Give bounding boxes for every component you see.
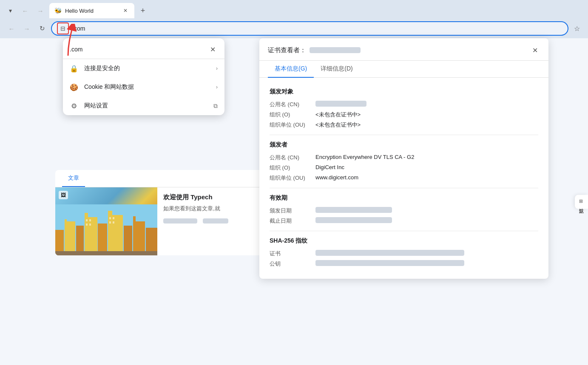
cert-tab-detail[interactable]: 详细信息(D) — [314, 61, 359, 78]
cert-label-ou-by: 组织单位 (OU) — [270, 174, 312, 182]
cert-title: 证书查看者： — [268, 46, 361, 54]
cert-row-cn-to: 公用名 (CN) — [270, 101, 538, 108]
svg-rect-11 — [124, 226, 132, 255]
tab-close-button[interactable]: ✕ — [122, 7, 129, 14]
certificate-viewer: 证书查看者： ✕ 基本信息(G) 详细信息(D) 颁发对象 公用名 (CN) 组… — [259, 38, 548, 279]
cert-label-ou-to: 组织单位 (OU) — [270, 121, 312, 129]
divider-1 — [270, 135, 538, 135]
svg-rect-10 — [108, 211, 112, 217]
cert-row-expiry-date: 截止日期 — [270, 217, 538, 225]
back-nav-button[interactable]: ← — [5, 22, 18, 35]
tune-icon: ⊟ — [60, 25, 65, 32]
chevron-right-icon-1: › — [216, 65, 218, 71]
back-icon: ← — [22, 7, 28, 14]
right-sidebar-button[interactable]: ⊞ 默认注 — [575, 195, 588, 209]
cert-label-cn-to: 公用名 (CN) — [270, 101, 312, 108]
cert-row-issue-date: 颁发日期 — [270, 207, 538, 215]
tab-list-button[interactable]: ▾ — [4, 5, 16, 17]
cert-value-issue-date-blurred — [315, 207, 392, 213]
blog-title: 欢迎使用 Typech — [163, 193, 262, 201]
new-tab-button[interactable]: + — [137, 5, 149, 17]
cert-close-button[interactable]: ✕ — [530, 45, 540, 55]
cookie-label: Cookie 和网站数据 — [84, 83, 210, 91]
cert-label-cn-by: 公用名 (CN) — [270, 154, 312, 161]
issued-by-title: 颁发者 — [270, 141, 538, 149]
svg-rect-6 — [85, 217, 97, 255]
cert-row-ou-by: 组织单位 (OU) www.digicert.com — [270, 174, 538, 182]
cert-label-expiry-date: 截止日期 — [270, 217, 312, 225]
cert-value-expiry-date-blurred — [315, 217, 392, 223]
cert-body: 颁发对象 公用名 (CN) 组织 (O) <未包含在证书中> 组织单位 (OU)… — [259, 78, 548, 279]
svg-rect-17 — [86, 224, 88, 226]
cert-row-org-to: 组织 (O) <未包含在证书中> — [270, 111, 538, 119]
bookmark-button[interactable]: ☆ — [571, 23, 583, 34]
cert-value-org-by: DigiCert Inc — [315, 164, 344, 170]
tune-icon-button[interactable]: ⊟ — [57, 23, 69, 34]
cert-value-cn-to-blurred — [315, 101, 366, 107]
bookmark-icon: ☆ — [574, 25, 580, 33]
cert-row-cn-by: 公用名 (CN) Encryption Everywhere DV TLS CA… — [270, 154, 538, 161]
browser-chrome: ▾ ← → 🐝 Hello World ✕ + ← → ↻ ⊟ .com — [0, 0, 588, 38]
address-input-wrap: ⊟ .com — [51, 21, 568, 36]
cert-value-org-to: <未包含在证书中> — [315, 111, 361, 119]
active-tab[interactable]: 🐝 Hello World ✕ — [49, 3, 134, 18]
cert-domain-blurred — [310, 47, 361, 53]
cert-tab-basic[interactable]: 基本信息(G) — [268, 61, 314, 78]
blog-desc: 如果您看到这篇文章,就 — [163, 205, 262, 212]
blog-tab-articles[interactable]: 文章 — [62, 170, 85, 187]
cert-label-issue-date: 颁发日期 — [270, 207, 312, 215]
address-text: .com — [72, 25, 562, 32]
blog-area: 文章 🖼 — [55, 170, 268, 255]
back-nav-icon: ← — [9, 25, 15, 32]
popup-close-button[interactable]: ✕ — [207, 44, 218, 54]
divider-2 — [270, 188, 538, 188]
issued-to-title: 颁发对象 — [270, 88, 538, 96]
site-info-popup: .com ✕ 🔒 连接是安全的 › 🍪 Cookie 和网站数据 › ⚙ 网站设… — [63, 38, 224, 115]
cert-row-ou-to: 组织单位 (OU) <未包含在证书中> — [270, 121, 538, 129]
svg-rect-23 — [55, 251, 157, 255]
cert-label-org-by: 组织 (O) — [270, 164, 312, 172]
svg-rect-12 — [133, 221, 145, 255]
cert-label-pubkey-fp: 公钥 — [270, 260, 312, 268]
gear-icon: ⚙ — [70, 102, 78, 110]
tab-favicon: 🐝 — [54, 7, 62, 14]
forward-button[interactable]: → — [34, 4, 47, 17]
reload-button[interactable]: ↻ — [36, 22, 48, 35]
svg-rect-15 — [86, 219, 88, 221]
svg-rect-7 — [85, 213, 88, 219]
chevron-right-icon-2: › — [216, 84, 218, 90]
cert-value-ou-by: www.digicert.com — [315, 174, 358, 181]
svg-rect-5 — [76, 226, 84, 255]
cert-value-cert-fp-blurred — [315, 250, 464, 256]
cert-value-ou-to: <未包含在证书中> — [315, 121, 361, 129]
secure-connection-label: 连接是安全的 — [84, 65, 210, 72]
site-settings-label: 网站设置 — [84, 102, 207, 110]
svg-rect-22 — [113, 221, 114, 224]
svg-rect-9 — [108, 215, 123, 255]
popup-header: .com ✕ — [63, 38, 224, 59]
content-area: 文章 🖼 — [0, 38, 588, 365]
svg-rect-18 — [89, 224, 91, 226]
forward-nav-button[interactable]: → — [20, 22, 33, 35]
cert-value-pubkey-fp-blurred — [315, 260, 464, 266]
cert-label-cert-fp: 证书 — [270, 250, 312, 257]
svg-rect-8 — [98, 224, 107, 255]
fingerprint-title: SHA-256 指纹 — [270, 237, 538, 245]
svg-rect-16 — [89, 219, 91, 221]
svg-rect-4 — [65, 219, 67, 224]
tab-title: Hello World — [65, 8, 118, 14]
blog-card-body: 🖼 — [55, 187, 268, 255]
popup-domain: .com — [70, 46, 82, 53]
popup-cookie[interactable]: 🍪 Cookie 和网站数据 › — [63, 78, 224, 96]
divider-3 — [270, 231, 538, 231]
popup-site-settings[interactable]: ⚙ 网站设置 ⧉ — [63, 96, 224, 115]
svg-rect-21 — [109, 221, 111, 224]
back-button[interactable]: ← — [19, 4, 31, 17]
cert-row-org-by: 组织 (O) DigiCert Inc — [270, 164, 538, 172]
address-bar: ← → ↻ ⊟ .com ☆ — [0, 19, 588, 38]
svg-rect-3 — [65, 221, 75, 255]
blog-footer-blurred-1 — [163, 218, 197, 224]
cert-label-org-to: 组织 (O) — [270, 111, 312, 119]
cert-tabs: 基本信息(G) 详细信息(D) — [259, 61, 548, 78]
popup-secure-connection[interactable]: 🔒 连接是安全的 › — [63, 59, 224, 78]
